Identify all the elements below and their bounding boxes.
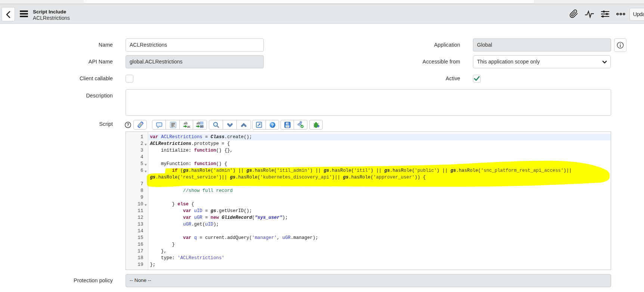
svg-text:?: ? <box>271 122 274 127</box>
svg-text:ac: ac <box>187 124 190 128</box>
svg-text:ab: ab <box>196 121 200 125</box>
svg-text:ac: ac <box>200 124 204 128</box>
svg-text:?: ? <box>127 122 129 127</box>
